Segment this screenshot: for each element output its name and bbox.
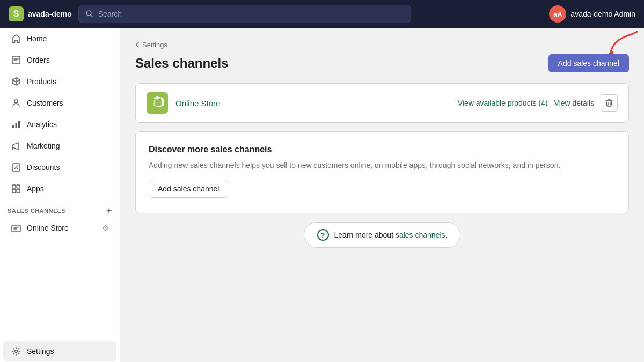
brand-logo[interactable]: S avada-demo	[9, 6, 72, 21]
sidebar-item-products-label: Products	[27, 77, 56, 86]
channel-actions: View available products (4) View details	[458, 94, 618, 112]
trash-icon	[605, 99, 613, 107]
svg-rect-14	[147, 92, 168, 114]
sidebar-item-discounts[interactable]: Discounts	[3, 157, 116, 178]
learn-more-section: ? Learn more about sales channels.	[135, 222, 629, 248]
home-icon	[11, 33, 21, 44]
sidebar-item-customers[interactable]: Customers	[3, 93, 116, 113]
sidebar-item-apps-label: Apps	[27, 184, 44, 193]
section-label-text: SALES CHANNELS	[8, 208, 65, 214]
svg-rect-7	[12, 185, 16, 188]
discover-add-button[interactable]: Add sales channel	[149, 180, 228, 198]
svg-rect-8	[17, 185, 20, 188]
sidebar-item-discounts-label: Discounts	[27, 163, 60, 172]
sidebar-bottom: Settings	[0, 338, 120, 362]
sales-channels-link[interactable]: sales channels.	[396, 231, 448, 239]
shopify-icon: S	[9, 6, 24, 21]
products-icon	[11, 76, 21, 87]
sidebar-item-apps[interactable]: Apps	[3, 179, 116, 199]
sales-channels-section: SALES CHANNELS +	[0, 200, 120, 218]
help-icon: ?	[317, 229, 329, 241]
breadcrumb-settings-link[interactable]: Settings	[142, 41, 167, 49]
sidebar-item-home-label: Home	[27, 34, 47, 43]
annotation-arrow	[608, 31, 640, 57]
discover-title: Discover more sales channels	[149, 145, 616, 154]
sidebar-item-marketing[interactable]: Marketing	[3, 136, 116, 156]
discover-card: Discover more sales channels Adding new …	[135, 131, 629, 213]
delete-channel-button[interactable]	[601, 94, 618, 112]
main-content: Settings Sales channels Add sales channe…	[120, 28, 644, 362]
svg-rect-5	[18, 121, 20, 128]
sidebar-item-settings-label: Settings	[27, 347, 54, 356]
svg-point-2	[14, 100, 18, 103]
sidebar: Home Orders Products Customers Analytics	[0, 28, 120, 362]
online-store-settings-icon: ⚙	[102, 224, 109, 232]
search-bar[interactable]: Search	[78, 5, 411, 23]
discover-description: Adding new sales channels helps you sell…	[149, 160, 616, 171]
learn-more-text: Learn more about sales channels.	[334, 231, 448, 239]
svg-point-12	[15, 350, 18, 353]
channel-row: Online Store View available products (4)…	[136, 84, 628, 122]
sidebar-item-settings[interactable]: Settings	[3, 341, 116, 361]
svg-rect-9	[12, 189, 16, 193]
brand-name: avada-demo	[28, 10, 72, 18]
page-header: Sales channels Add sales channel	[135, 54, 629, 72]
online-store-label: Online Store	[27, 224, 69, 232]
avatar[interactable]: aA	[549, 5, 566, 23]
sidebar-item-orders[interactable]: Orders	[3, 50, 116, 70]
channel-name[interactable]: Online Store	[175, 99, 450, 108]
sidebar-item-online-store[interactable]: Online Store ⚙	[3, 218, 116, 238]
online-store-icon	[11, 223, 21, 233]
online-store-card: Online Store View available products (4)…	[135, 83, 629, 123]
top-navigation: S avada-demo Search aA avada-demo Admin	[0, 0, 644, 28]
breadcrumb: Settings	[135, 41, 629, 49]
svg-rect-3	[12, 125, 14, 128]
search-icon	[85, 10, 94, 18]
svg-rect-10	[17, 189, 20, 193]
shopify-channel-icon	[147, 92, 168, 114]
orders-icon	[11, 55, 21, 65]
sidebar-item-analytics[interactable]: Analytics	[3, 114, 116, 135]
add-sales-channel-icon[interactable]: +	[106, 206, 112, 216]
svg-rect-4	[16, 123, 17, 128]
apps-icon	[11, 183, 21, 194]
search-placeholder: Search	[98, 10, 122, 18]
view-products-link[interactable]: View available products (4)	[458, 99, 548, 107]
sidebar-item-analytics-label: Analytics	[27, 120, 57, 129]
discounts-icon	[11, 162, 21, 173]
sidebar-item-home[interactable]: Home	[3, 28, 116, 49]
sidebar-item-marketing-label: Marketing	[27, 142, 60, 150]
online-store-left: Online Store	[11, 223, 69, 233]
settings-icon	[11, 346, 21, 357]
learn-more-pill: ? Learn more about sales channels.	[304, 222, 461, 248]
page-title: Sales channels	[135, 56, 228, 71]
sidebar-item-orders-label: Orders	[27, 56, 50, 64]
back-chevron-icon	[135, 42, 139, 48]
svg-rect-11	[12, 225, 20, 232]
user-area: aA avada-demo Admin	[549, 5, 635, 23]
analytics-icon	[11, 119, 21, 130]
marketing-icon	[11, 141, 21, 151]
sidebar-item-products[interactable]: Products	[3, 71, 116, 92]
user-name: avada-demo Admin	[570, 10, 635, 18]
sidebar-item-customers-label: Customers	[27, 99, 63, 107]
add-sales-channel-button[interactable]: Add sales channel	[548, 54, 629, 72]
svg-rect-1	[12, 56, 20, 64]
customers-icon	[11, 98, 21, 108]
view-details-link[interactable]: View details	[554, 99, 594, 107]
learn-more-prefix: Learn more about	[334, 231, 396, 239]
add-button-wrapper: Add sales channel	[548, 54, 629, 72]
